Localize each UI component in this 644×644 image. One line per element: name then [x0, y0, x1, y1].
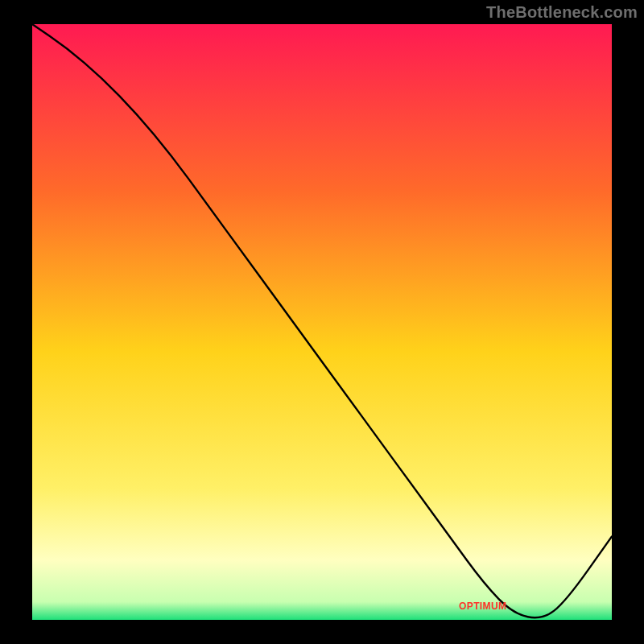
watermark-text: TheBottleneck.com — [486, 3, 638, 22]
chart-frame: TheBottleneck.com OPTIMUM — [0, 0, 644, 644]
plot-area: OPTIMUM — [32, 24, 612, 620]
chart-svg — [32, 24, 612, 620]
optimum-label: OPTIMUM — [459, 601, 506, 612]
gradient-background — [32, 24, 612, 620]
